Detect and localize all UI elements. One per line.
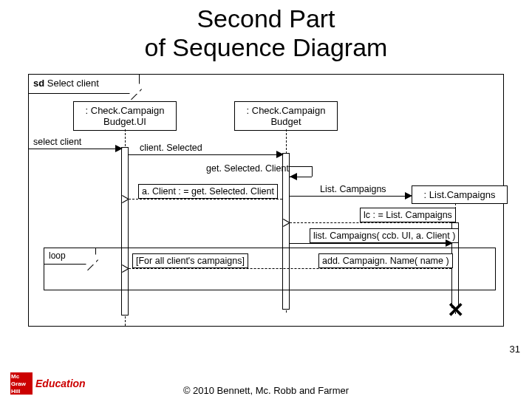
loop-label-box: loop <box>44 248 96 265</box>
arrow-aclient-return <box>129 199 282 200</box>
arrowhead-gsc <box>290 173 297 180</box>
title-line2: of Sequence Diagram <box>145 33 388 61</box>
arrow-client-selected <box>129 154 282 155</box>
lifeline-list-label: : List.Campaigns <box>424 189 496 200</box>
arrowhead-lc-return <box>290 219 297 226</box>
lifeline-budget-head: : Check.Campaign Budget <box>234 101 338 131</box>
lifeline-budget-label: : Check.Campaign Budget <box>247 105 326 127</box>
arrow-list-call <box>290 243 451 244</box>
arrow-gsc-out <box>290 166 312 167</box>
lifeline-list-head: : List.Campaigns <box>412 185 508 204</box>
arrowhead-add-campaign <box>129 265 136 272</box>
lifeline-ui-head: : Check.Campaign Budget.UI <box>73 101 177 131</box>
arrow-gsc-down <box>312 166 313 177</box>
msg-select-client: select client <box>33 137 81 147</box>
lifeline-ui-label: : Check.Campaign Budget.UI <box>86 105 165 127</box>
destroy-list-icon: ✕ <box>447 298 464 322</box>
arrowhead-list-call <box>446 239 453 247</box>
msg-list-call: list. Campaigns( ccb. UI, a. Client ) <box>310 228 459 243</box>
publisher-logo: Mc Graw Hill Education <box>10 372 86 395</box>
msg-list-create: List. Campaigns <box>320 184 386 194</box>
arrow-add-campaign <box>129 268 451 269</box>
sd-name: Select client <box>47 78 99 89</box>
logo-box-icon: Mc Graw Hill <box>10 372 33 395</box>
msg-loop-guard: [For all client's campaigns] <box>132 253 248 268</box>
msg-lc-assign: lc : = List. Campaigns <box>360 208 456 222</box>
msg-get-selected-client: get. Selected. Client <box>206 163 289 174</box>
msg-add-campaign: add. Campaign. Name( name ) <box>318 253 453 268</box>
arrowhead-client-selected <box>276 151 284 158</box>
slide-title: Second Part of Sequence Diagram <box>0 0 532 62</box>
sd-prefix: sd <box>33 78 44 89</box>
page-number: 31 <box>510 344 520 355</box>
arrowhead-aclient-return <box>129 195 136 202</box>
arrow-select-client <box>29 149 121 149</box>
msg-aclient-assign: a. Client : = get. Selected. Client <box>138 184 278 199</box>
arrowhead-select-client <box>115 145 123 152</box>
sd-frame-label: sd Select client <box>29 75 140 94</box>
title-line1: Second Part <box>197 4 335 33</box>
sd-frame: sd Select client : Check.Campaign Budget… <box>28 74 504 327</box>
loop-label: loop <box>49 250 66 261</box>
logo-brand-text: Education <box>35 378 86 389</box>
arrowhead-list-create <box>405 192 412 200</box>
msg-client-selected: client. Selected <box>140 143 202 153</box>
arrow-list-create <box>290 196 411 197</box>
arrow-lc-return <box>290 222 451 223</box>
